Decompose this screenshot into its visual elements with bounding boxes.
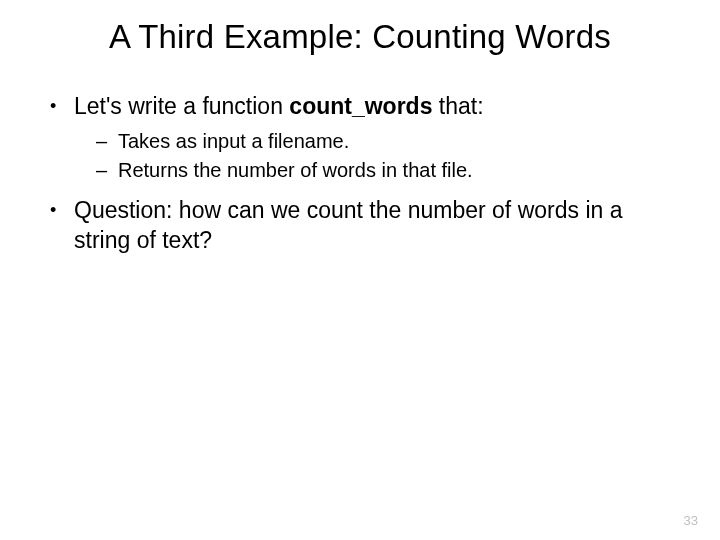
bullet-text: Let's write a function count_words that: <box>74 92 680 122</box>
slide-content: • Let's write a function count_words tha… <box>40 92 680 256</box>
sub-bullet-text: Takes as input a filename. <box>118 128 680 155</box>
bullet-marker: – <box>96 128 118 155</box>
text-segment: Let's write a function <box>74 93 289 119</box>
page-number: 33 <box>684 513 698 528</box>
slide-container: A Third Example: Counting Words • Let's … <box>0 0 720 540</box>
sub-bullet-item: – Returns the number of words in that fi… <box>96 157 680 184</box>
text-bold: count_words <box>289 93 432 119</box>
bullet-marker: • <box>46 92 74 122</box>
bullet-item: • Question: how can we count the number … <box>46 196 680 256</box>
sub-bullet-list: – Takes as input a filename. – Returns t… <box>96 128 680 184</box>
text-segment: that: <box>432 93 483 119</box>
bullet-marker: – <box>96 157 118 184</box>
sub-bullet-text: Returns the number of words in that file… <box>118 157 680 184</box>
slide-title: A Third Example: Counting Words <box>40 18 680 56</box>
sub-bullet-item: – Takes as input a filename. <box>96 128 680 155</box>
bullet-text: Question: how can we count the number of… <box>74 196 680 256</box>
bullet-marker: • <box>46 196 74 256</box>
bullet-item: • Let's write a function count_words tha… <box>46 92 680 122</box>
